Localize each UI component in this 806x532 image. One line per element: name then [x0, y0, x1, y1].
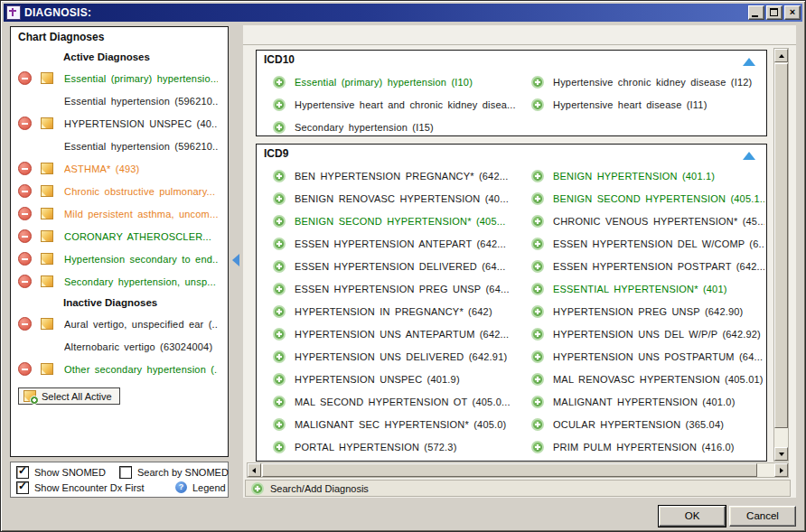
- add-diagnosis-icon[interactable]: [531, 441, 544, 453]
- note-icon[interactable]: [41, 72, 53, 84]
- icd-diagnosis-item[interactable]: Secondary hypertension (I15): [273, 116, 524, 136]
- remove-diagnosis-icon[interactable]: [18, 275, 32, 288]
- icd-diagnosis-item[interactable]: BENIGN RENOVASC HYPERTENSION (40...: [273, 187, 524, 210]
- add-diagnosis-icon[interactable]: [531, 98, 544, 111]
- add-diagnosis-icon[interactable]: [273, 441, 286, 453]
- remove-diagnosis-icon[interactable]: [18, 71, 32, 85]
- title-bar[interactable]: DIAGNOSIS: ×: [4, 4, 802, 22]
- scroll-up-button[interactable]: [774, 49, 788, 62]
- add-diagnosis-icon[interactable]: [531, 215, 544, 228]
- add-diagnosis-icon[interactable]: [273, 350, 286, 363]
- add-diagnosis-icon[interactable]: [531, 373, 544, 386]
- remove-diagnosis-icon[interactable]: [18, 207, 32, 220]
- cancel-button[interactable]: Cancel: [729, 506, 796, 527]
- legend-help-icon[interactable]: ?: [175, 481, 187, 493]
- chart-diagnosis-item[interactable]: Other secondary hypertension (...: [11, 358, 228, 380]
- add-diagnosis-icon[interactable]: [531, 76, 544, 89]
- icd-diagnosis-item[interactable]: MALIGNANT HYPERTENSION (401.0): [531, 390, 764, 413]
- icd-diagnosis-item[interactable]: PORTAL HYPERTENSION (572.3): [273, 435, 524, 458]
- icd-diagnosis-item[interactable]: ESSENTIAL HYPERTENSION* (401): [531, 277, 764, 300]
- icd-diagnosis-item[interactable]: MAL RENOVASC HYPERTENSION (405.01): [531, 368, 764, 390]
- icd-diagnosis-item[interactable]: BENIGN HYPERTENSION (401.1): [531, 164, 764, 187]
- add-diagnosis-icon[interactable]: [273, 238, 286, 250]
- icd-diagnosis-item[interactable]: HYPERTENSION UNSPEC (401.9): [273, 368, 524, 390]
- chart-diagnosis-item[interactable]: Chronic obstructive pulmonary...: [11, 180, 228, 202]
- icd9-collapse-icon[interactable]: [743, 152, 755, 160]
- icd-diagnosis-item[interactable]: ESSEN HYPERTENSION DEL W/COMP (6...: [531, 232, 764, 255]
- vertical-scroll-thumb[interactable]: [774, 63, 788, 428]
- chart-diagnosis-item[interactable]: Secondary hypertension, unsp...: [11, 270, 228, 293]
- note-icon[interactable]: [41, 117, 53, 129]
- ok-button[interactable]: OK: [659, 506, 726, 527]
- add-diagnosis-icon[interactable]: [531, 170, 544, 182]
- add-diagnosis-icon[interactable]: [531, 396, 544, 408]
- icd-diagnosis-item[interactable]: Hypertensive heart disease (I11): [531, 93, 764, 116]
- show-encounter-dx-first-checkbox[interactable]: [16, 481, 29, 494]
- add-diagnosis-icon[interactable]: [273, 396, 286, 408]
- note-icon[interactable]: [41, 275, 53, 287]
- icd-diagnosis-item[interactable]: OCULAR HYPERTENSION (365.04): [531, 413, 764, 435]
- scroll-left-button[interactable]: [248, 463, 261, 477]
- add-diagnosis-icon[interactable]: [531, 192, 544, 205]
- add-diagnosis-icon[interactable]: [273, 98, 286, 111]
- maximize-button[interactable]: [766, 5, 783, 20]
- icd-diagnosis-item[interactable]: MALIGNANT SEC HYPERTENSION* (405.0): [273, 413, 524, 435]
- add-diagnosis-icon[interactable]: [531, 305, 544, 318]
- chart-diagnosis-item[interactable]: Aural vertigo, unspecified ear (...: [11, 313, 228, 335]
- icd10-collapse-icon[interactable]: [743, 58, 755, 66]
- add-diagnosis-icon[interactable]: [531, 350, 544, 363]
- add-diagnosis-icon[interactable]: [531, 238, 544, 250]
- legend-label[interactable]: Legend: [192, 482, 226, 493]
- chart-diagnosis-item[interactable]: CORONARY ATHEROSCLER...: [11, 225, 228, 247]
- chart-diagnosis-item[interactable]: HYPERTENSION UNSPEC (40...: [11, 112, 228, 135]
- minimize-button[interactable]: [748, 5, 764, 20]
- icd-diagnosis-item[interactable]: HYPERTENSION PREG UNSP (642.90): [531, 300, 764, 322]
- icd-diagnosis-item[interactable]: BEN HYPERTENSION PREGNANCY* (642...: [273, 164, 524, 187]
- add-diagnosis-icon[interactable]: [273, 305, 286, 318]
- chart-diagnosis-item[interactable]: Mild persistent asthma, uncom...: [11, 202, 228, 225]
- add-diagnosis-icon[interactable]: [273, 328, 286, 341]
- icd-diagnosis-item[interactable]: ESSEN HYPERTENSION ANTEPART (642...: [273, 232, 524, 255]
- icd-diagnosis-item[interactable]: HYPERTENSION UNS DELIVERED (642.91): [273, 345, 524, 368]
- chart-diagnosis-item[interactable]: ASTHMA* (493): [11, 157, 228, 180]
- add-diagnosis-icon[interactable]: [531, 418, 544, 431]
- note-icon[interactable]: [41, 163, 53, 174]
- add-diagnosis-icon[interactable]: [531, 283, 544, 295]
- search-add-diagnosis-bar[interactable]: Search/Add Diagnosis: [245, 480, 791, 497]
- add-diagnosis-icon[interactable]: [531, 260, 544, 273]
- note-icon[interactable]: [41, 253, 53, 265]
- add-diagnosis-icon[interactable]: [273, 170, 286, 182]
- remove-diagnosis-icon[interactable]: [18, 252, 32, 266]
- remove-diagnosis-icon[interactable]: [18, 184, 32, 198]
- icd-diagnosis-item[interactable]: HYPERTENSION UNS POSTPARTUM (64...: [531, 345, 764, 368]
- note-icon[interactable]: [41, 208, 53, 219]
- remove-diagnosis-icon[interactable]: [18, 362, 32, 376]
- add-diagnosis-icon[interactable]: [273, 418, 286, 431]
- add-diagnosis-icon[interactable]: [531, 328, 544, 341]
- remove-diagnosis-icon[interactable]: [18, 162, 32, 175]
- icd-diagnosis-item[interactable]: PRIM PULM HYPERTENSION (416.0): [531, 435, 764, 458]
- note-icon[interactable]: [41, 363, 53, 375]
- note-icon[interactable]: [41, 230, 53, 242]
- add-diagnosis-icon[interactable]: [273, 373, 286, 386]
- chart-diagnosis-item[interactable]: Essential hypertension (596210...: [11, 89, 228, 112]
- select-all-active-button[interactable]: Select All Active: [18, 387, 120, 405]
- collapse-left-panel-icon[interactable]: [232, 254, 239, 266]
- add-diagnosis-icon[interactable]: [273, 121, 286, 134]
- remove-diagnosis-icon[interactable]: [18, 317, 32, 331]
- icd-diagnosis-item[interactable]: HYPERTENSION UNS DEL W/P/P (642.92): [531, 322, 764, 345]
- search-by-snomed-checkbox[interactable]: [119, 466, 132, 479]
- scroll-right-button[interactable]: [774, 463, 788, 477]
- remove-diagnosis-icon[interactable]: [18, 117, 32, 130]
- icd-diagnosis-item[interactable]: Hypertensive chronic kidney disease (I12…: [531, 70, 764, 93]
- horizontal-scroll-thumb[interactable]: [262, 463, 757, 477]
- icd-diagnosis-item[interactable]: Essential (primary) hypertension (I10): [273, 70, 524, 93]
- remove-diagnosis-icon[interactable]: [18, 229, 32, 243]
- icd-diagnosis-item[interactable]: ESSEN HYPERTENSION PREG UNSP (64...: [273, 277, 524, 300]
- icd-diagnosis-item[interactable]: CHRONIC VENOUS HYPERTENSION* (45...: [531, 210, 764, 232]
- chart-diagnosis-item[interactable]: Alternobaric vertigo (63024004): [11, 335, 228, 358]
- icd-diagnosis-item[interactable]: BENIGN SECOND HYPERTENSION* (405...: [273, 210, 524, 232]
- chart-diagnosis-item[interactable]: Hypertension secondary to end...: [11, 247, 228, 270]
- icd-diagnosis-item[interactable]: MAL SECOND HYPERTENSION OT (405.0...: [273, 390, 524, 413]
- icd-diagnosis-item[interactable]: ESSEN HYPERTENSION POSTPART (642...: [531, 255, 764, 277]
